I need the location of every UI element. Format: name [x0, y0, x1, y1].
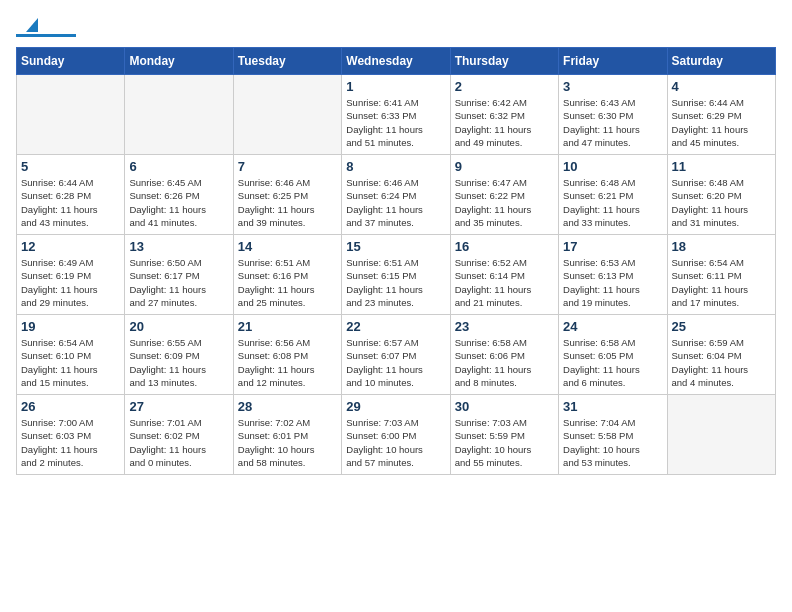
calendar-cell: 29Sunrise: 7:03 AM Sunset: 6:00 PM Dayli… — [342, 395, 450, 475]
day-number: 19 — [21, 319, 120, 334]
day-info: Sunrise: 6:50 AM Sunset: 6:17 PM Dayligh… — [129, 256, 228, 309]
calendar-cell: 16Sunrise: 6:52 AM Sunset: 6:14 PM Dayli… — [450, 235, 558, 315]
day-info: Sunrise: 6:51 AM Sunset: 6:15 PM Dayligh… — [346, 256, 445, 309]
day-info: Sunrise: 6:54 AM Sunset: 6:10 PM Dayligh… — [21, 336, 120, 389]
day-info: Sunrise: 6:54 AM Sunset: 6:11 PM Dayligh… — [672, 256, 771, 309]
day-number: 2 — [455, 79, 554, 94]
day-info: Sunrise: 6:49 AM Sunset: 6:19 PM Dayligh… — [21, 256, 120, 309]
day-info: Sunrise: 7:00 AM Sunset: 6:03 PM Dayligh… — [21, 416, 120, 469]
day-info: Sunrise: 7:04 AM Sunset: 5:58 PM Dayligh… — [563, 416, 662, 469]
calendar-cell: 11Sunrise: 6:48 AM Sunset: 6:20 PM Dayli… — [667, 155, 775, 235]
day-number: 25 — [672, 319, 771, 334]
calendar-table: SundayMondayTuesdayWednesdayThursdayFrid… — [16, 47, 776, 475]
logo — [16, 16, 76, 37]
day-number: 3 — [563, 79, 662, 94]
calendar-cell — [125, 75, 233, 155]
day-info: Sunrise: 6:47 AM Sunset: 6:22 PM Dayligh… — [455, 176, 554, 229]
calendar-cell: 20Sunrise: 6:55 AM Sunset: 6:09 PM Dayli… — [125, 315, 233, 395]
calendar-cell: 9Sunrise: 6:47 AM Sunset: 6:22 PM Daylig… — [450, 155, 558, 235]
day-number: 18 — [672, 239, 771, 254]
day-info: Sunrise: 6:48 AM Sunset: 6:20 PM Dayligh… — [672, 176, 771, 229]
day-info: Sunrise: 7:03 AM Sunset: 6:00 PM Dayligh… — [346, 416, 445, 469]
day-info: Sunrise: 6:58 AM Sunset: 6:05 PM Dayligh… — [563, 336, 662, 389]
calendar-cell: 5Sunrise: 6:44 AM Sunset: 6:28 PM Daylig… — [17, 155, 125, 235]
weekday-header-saturday: Saturday — [667, 48, 775, 75]
calendar-cell: 21Sunrise: 6:56 AM Sunset: 6:08 PM Dayli… — [233, 315, 341, 395]
header — [16, 16, 776, 37]
day-info: Sunrise: 6:52 AM Sunset: 6:14 PM Dayligh… — [455, 256, 554, 309]
day-number: 8 — [346, 159, 445, 174]
day-info: Sunrise: 6:56 AM Sunset: 6:08 PM Dayligh… — [238, 336, 337, 389]
day-info: Sunrise: 6:46 AM Sunset: 6:24 PM Dayligh… — [346, 176, 445, 229]
day-number: 15 — [346, 239, 445, 254]
day-info: Sunrise: 6:44 AM Sunset: 6:29 PM Dayligh… — [672, 96, 771, 149]
day-info: Sunrise: 6:51 AM Sunset: 6:16 PM Dayligh… — [238, 256, 337, 309]
day-info: Sunrise: 6:53 AM Sunset: 6:13 PM Dayligh… — [563, 256, 662, 309]
svg-marker-0 — [26, 18, 38, 32]
day-number: 9 — [455, 159, 554, 174]
day-info: Sunrise: 6:42 AM Sunset: 6:32 PM Dayligh… — [455, 96, 554, 149]
calendar-cell: 15Sunrise: 6:51 AM Sunset: 6:15 PM Dayli… — [342, 235, 450, 315]
calendar-cell: 24Sunrise: 6:58 AM Sunset: 6:05 PM Dayli… — [559, 315, 667, 395]
calendar-cell: 4Sunrise: 6:44 AM Sunset: 6:29 PM Daylig… — [667, 75, 775, 155]
calendar-cell: 10Sunrise: 6:48 AM Sunset: 6:21 PM Dayli… — [559, 155, 667, 235]
day-number: 1 — [346, 79, 445, 94]
day-number: 20 — [129, 319, 228, 334]
day-info: Sunrise: 6:44 AM Sunset: 6:28 PM Dayligh… — [21, 176, 120, 229]
day-info: Sunrise: 6:58 AM Sunset: 6:06 PM Dayligh… — [455, 336, 554, 389]
day-number: 24 — [563, 319, 662, 334]
calendar-cell — [17, 75, 125, 155]
day-info: Sunrise: 6:46 AM Sunset: 6:25 PM Dayligh… — [238, 176, 337, 229]
week-row-3: 12Sunrise: 6:49 AM Sunset: 6:19 PM Dayli… — [17, 235, 776, 315]
day-number: 6 — [129, 159, 228, 174]
logo-underline — [16, 34, 76, 37]
day-info: Sunrise: 7:03 AM Sunset: 5:59 PM Dayligh… — [455, 416, 554, 469]
logo-icon — [18, 14, 40, 36]
day-info: Sunrise: 6:57 AM Sunset: 6:07 PM Dayligh… — [346, 336, 445, 389]
calendar-cell: 30Sunrise: 7:03 AM Sunset: 5:59 PM Dayli… — [450, 395, 558, 475]
calendar-cell — [667, 395, 775, 475]
day-info: Sunrise: 7:02 AM Sunset: 6:01 PM Dayligh… — [238, 416, 337, 469]
calendar-cell: 18Sunrise: 6:54 AM Sunset: 6:11 PM Dayli… — [667, 235, 775, 315]
day-info: Sunrise: 6:41 AM Sunset: 6:33 PM Dayligh… — [346, 96, 445, 149]
day-number: 30 — [455, 399, 554, 414]
day-number: 17 — [563, 239, 662, 254]
day-number: 29 — [346, 399, 445, 414]
day-number: 21 — [238, 319, 337, 334]
calendar-cell — [233, 75, 341, 155]
calendar-cell: 13Sunrise: 6:50 AM Sunset: 6:17 PM Dayli… — [125, 235, 233, 315]
calendar-cell: 31Sunrise: 7:04 AM Sunset: 5:58 PM Dayli… — [559, 395, 667, 475]
weekday-header-friday: Friday — [559, 48, 667, 75]
calendar-cell: 6Sunrise: 6:45 AM Sunset: 6:26 PM Daylig… — [125, 155, 233, 235]
day-info: Sunrise: 6:45 AM Sunset: 6:26 PM Dayligh… — [129, 176, 228, 229]
day-number: 13 — [129, 239, 228, 254]
weekday-header-thursday: Thursday — [450, 48, 558, 75]
weekday-header-row: SundayMondayTuesdayWednesdayThursdayFrid… — [17, 48, 776, 75]
week-row-1: 1Sunrise: 6:41 AM Sunset: 6:33 PM Daylig… — [17, 75, 776, 155]
calendar-cell: 14Sunrise: 6:51 AM Sunset: 6:16 PM Dayli… — [233, 235, 341, 315]
calendar-cell: 12Sunrise: 6:49 AM Sunset: 6:19 PM Dayli… — [17, 235, 125, 315]
day-number: 23 — [455, 319, 554, 334]
calendar-cell: 2Sunrise: 6:42 AM Sunset: 6:32 PM Daylig… — [450, 75, 558, 155]
day-number: 14 — [238, 239, 337, 254]
day-number: 7 — [238, 159, 337, 174]
day-info: Sunrise: 7:01 AM Sunset: 6:02 PM Dayligh… — [129, 416, 228, 469]
day-info: Sunrise: 6:48 AM Sunset: 6:21 PM Dayligh… — [563, 176, 662, 229]
day-number: 16 — [455, 239, 554, 254]
calendar-cell: 26Sunrise: 7:00 AM Sunset: 6:03 PM Dayli… — [17, 395, 125, 475]
page: SundayMondayTuesdayWednesdayThursdayFrid… — [0, 0, 792, 612]
day-number: 27 — [129, 399, 228, 414]
weekday-header-sunday: Sunday — [17, 48, 125, 75]
week-row-4: 19Sunrise: 6:54 AM Sunset: 6:10 PM Dayli… — [17, 315, 776, 395]
day-number: 12 — [21, 239, 120, 254]
calendar-cell: 23Sunrise: 6:58 AM Sunset: 6:06 PM Dayli… — [450, 315, 558, 395]
day-number: 4 — [672, 79, 771, 94]
calendar-cell: 8Sunrise: 6:46 AM Sunset: 6:24 PM Daylig… — [342, 155, 450, 235]
calendar-cell: 19Sunrise: 6:54 AM Sunset: 6:10 PM Dayli… — [17, 315, 125, 395]
weekday-header-tuesday: Tuesday — [233, 48, 341, 75]
calendar-cell: 25Sunrise: 6:59 AM Sunset: 6:04 PM Dayli… — [667, 315, 775, 395]
calendar-cell: 28Sunrise: 7:02 AM Sunset: 6:01 PM Dayli… — [233, 395, 341, 475]
week-row-2: 5Sunrise: 6:44 AM Sunset: 6:28 PM Daylig… — [17, 155, 776, 235]
day-number: 11 — [672, 159, 771, 174]
day-number: 22 — [346, 319, 445, 334]
